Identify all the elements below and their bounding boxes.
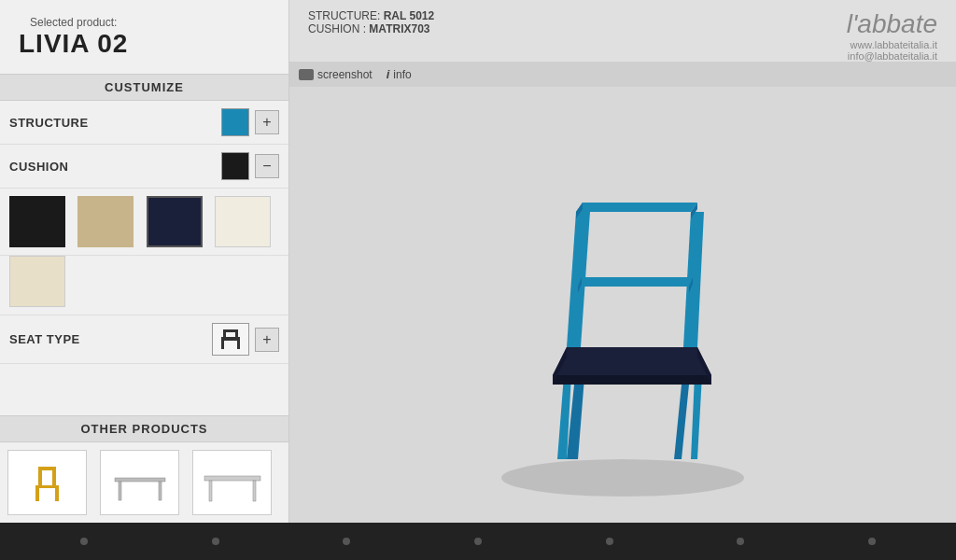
toolbar: screenshot i info <box>289 62 956 87</box>
screenshot-label: screenshot <box>317 68 373 81</box>
svg-rect-7 <box>35 488 39 501</box>
product-thumb-2[interactable] <box>100 450 179 515</box>
swatches-row2 <box>0 256 288 315</box>
svg-rect-14 <box>159 482 162 500</box>
swatch-navy[interactable] <box>147 196 203 247</box>
svg-rect-16 <box>209 481 212 501</box>
screenshot-btn[interactable]: screenshot <box>299 68 373 81</box>
nav-dot-4[interactable] <box>474 538 482 545</box>
cushion-row: CUSHION − <box>0 145 288 189</box>
brand-name: l'abbate <box>847 9 937 39</box>
svg-marker-23 <box>553 347 711 375</box>
structure-expand-btn[interactable]: + <box>255 110 279 134</box>
svg-marker-24 <box>553 375 711 385</box>
svg-marker-22 <box>691 375 702 459</box>
sidebar-header: Selected product: LIVIA 02 <box>0 0 288 75</box>
seat-type-row: SEAT TYPE + <box>0 315 288 364</box>
swatch-beige[interactable] <box>9 256 65 307</box>
other-products-grid <box>0 442 288 523</box>
cushion-color-swatch[interactable] <box>221 152 249 180</box>
brand-email: info@labbateitalia.it <box>847 50 937 62</box>
svg-rect-12 <box>115 478 165 482</box>
product-info: Selected product: LIVIA 02 <box>19 16 128 59</box>
main-container: Selected product: LIVIA 02 CUSTUMIZE STR… <box>0 0 956 523</box>
structure-spec: STRUCTURE: RAL 5012 <box>308 9 434 22</box>
product-thumb-1[interactable] <box>7 450 87 515</box>
seat-type-icon <box>217 328 245 351</box>
svg-rect-11 <box>38 467 56 470</box>
nav-dot-1[interactable] <box>80 538 88 545</box>
seat-type-icon-box[interactable] <box>212 323 249 356</box>
customize-header: CUSTUMIZE <box>0 75 288 101</box>
cushion-spec: CUSHION : MATRIX703 <box>308 22 434 35</box>
info-btn[interactable]: i info <box>387 67 412 81</box>
cushion-collapse-btn[interactable]: − <box>255 154 279 178</box>
svg-point-18 <box>501 459 744 497</box>
structure-row: STRUCTURE + <box>0 101 288 145</box>
selected-label: Selected product: <box>19 16 128 29</box>
bottom-nav <box>0 523 956 560</box>
content-header: STRUCTURE: RAL 5012 CUSHION : MATRIX703 … <box>289 0 956 62</box>
structure-label: STRUCTURE <box>9 116 221 130</box>
seat-type-label: SEAT TYPE <box>9 332 212 346</box>
svg-rect-15 <box>204 476 260 481</box>
svg-rect-1 <box>221 341 224 349</box>
product-name: LIVIA 02 <box>19 29 128 59</box>
screenshot-icon <box>299 69 314 80</box>
product-specs: STRUCTURE: RAL 5012 CUSHION : MATRIX703 <box>308 9 434 35</box>
seat-type-expand-btn[interactable]: + <box>255 328 279 352</box>
svg-rect-8 <box>55 488 59 501</box>
nav-dot-6[interactable] <box>737 538 744 545</box>
info-icon: i <box>387 67 390 81</box>
product-2-icon <box>107 457 173 509</box>
product-thumb-3[interactable] <box>192 450 272 515</box>
brand-logo: l'abbate www.labbateitalia.it info@labba… <box>847 9 937 62</box>
brand-website: www.labbateitalia.it <box>847 39 937 50</box>
cushion-label: CUSHION <box>9 160 221 174</box>
svg-rect-17 <box>253 481 256 501</box>
swatches-grid <box>0 189 288 256</box>
nav-dot-7[interactable] <box>868 538 876 545</box>
sidebar: Selected product: LIVIA 02 CUSTUMIZE STR… <box>0 0 289 523</box>
structure-color-swatch[interactable] <box>221 108 249 136</box>
svg-rect-13 <box>119 482 121 500</box>
swatch-tan[interactable] <box>77 196 134 247</box>
nav-dot-3[interactable] <box>343 538 350 545</box>
chair-3d-svg <box>459 105 786 506</box>
svg-marker-32 <box>578 277 693 287</box>
content-area: STRUCTURE: RAL 5012 CUSHION : MATRIX703 … <box>289 0 956 523</box>
nav-dot-5[interactable] <box>606 538 613 545</box>
info-label: info <box>393 68 411 81</box>
swatch-black[interactable] <box>9 196 65 247</box>
svg-marker-29 <box>576 203 697 212</box>
svg-rect-2 <box>237 341 240 349</box>
swatch-cream[interactable] <box>215 196 271 247</box>
nav-dot-2[interactable] <box>212 538 219 545</box>
sidebar-spacer <box>0 364 288 415</box>
svg-rect-5 <box>223 329 238 332</box>
other-products-header: OTHER PRODUCTS <box>0 415 288 442</box>
chair-view <box>289 87 956 523</box>
product-1-icon <box>21 457 73 509</box>
product-3-icon <box>200 457 265 509</box>
